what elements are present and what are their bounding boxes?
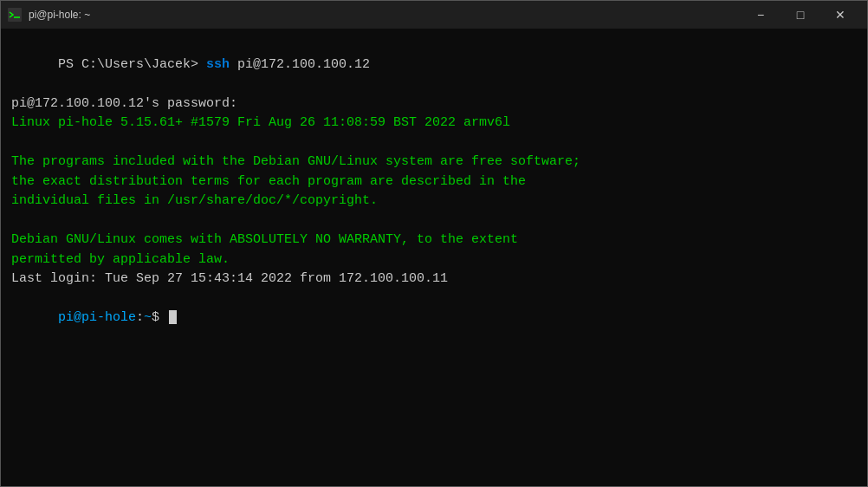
terminal-line-5: The programs included with the Debian GN… xyxy=(11,153,857,172)
ssh-keyword: ssh xyxy=(206,57,230,72)
window-title: pi@pi-hole: ~ xyxy=(29,9,741,21)
terminal-line-9: Debian GNU/Linux comes with ABSOLUTELY N… xyxy=(11,231,857,250)
cursor xyxy=(169,310,177,324)
minimize-button[interactable]: − xyxy=(741,1,781,29)
prompt-colon: : xyxy=(136,310,144,325)
terminal-line-6: the exact distribution terms for each pr… xyxy=(11,172,857,192)
terminal-line-8 xyxy=(11,211,857,231)
terminal-line-1: PS C:\Users\Jacek> ssh pi@172.100.100.12 xyxy=(11,36,857,94)
ssh-arg: pi@172.100.100.12 xyxy=(230,57,370,72)
terminal-line-3: Linux pi-hole 5.15.61+ #1579 Fri Aug 26 … xyxy=(11,114,857,133)
terminal-icon xyxy=(8,8,22,22)
prompt-host: pi-hole xyxy=(81,310,136,325)
window-controls: − □ ✕ xyxy=(741,1,860,29)
close-button[interactable]: ✕ xyxy=(820,1,860,29)
prompt-tilde: ~ xyxy=(144,310,152,325)
terminal-line-11: Last login: Tue Sep 27 15:43:14 2022 fro… xyxy=(11,269,857,289)
title-bar: pi@pi-hole: ~ − □ ✕ xyxy=(1,1,867,29)
svg-rect-0 xyxy=(8,8,22,22)
maximize-button[interactable]: □ xyxy=(781,1,820,29)
terminal-prompt-line: pi@pi-hole:~$ xyxy=(11,289,857,348)
ps-prompt: PS C:\Users\Jacek> xyxy=(58,57,206,72)
prompt-user: pi xyxy=(58,310,74,325)
terminal-line-7: individual files in /usr/share/doc/*/cop… xyxy=(11,192,857,211)
terminal-window: pi@pi-hole: ~ − □ ✕ PS C:\Users\Jacek> s… xyxy=(0,0,868,487)
terminal-line-4 xyxy=(11,133,857,153)
prompt-dollar: $ xyxy=(152,310,167,325)
terminal-body[interactable]: PS C:\Users\Jacek> ssh pi@172.100.100.12… xyxy=(1,29,867,486)
terminal-line-2: pi@172.100.100.12's password: xyxy=(11,94,857,114)
terminal-line-10: permitted by applicable law. xyxy=(11,250,857,270)
prompt-at: @ xyxy=(74,310,81,325)
